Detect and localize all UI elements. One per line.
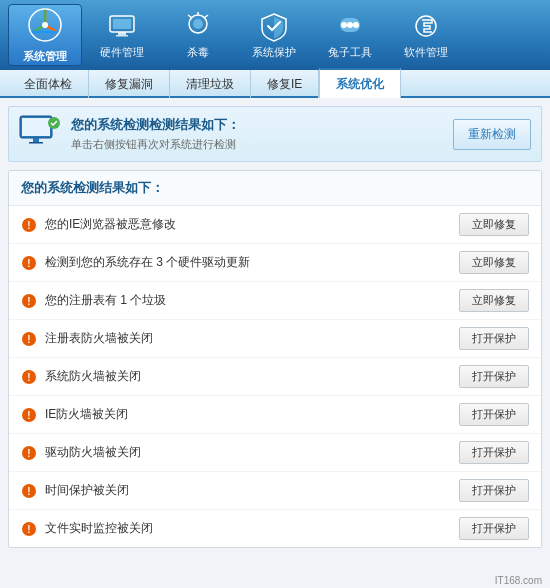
- result-text-2: 您的注册表有 1 个垃圾: [45, 292, 166, 309]
- warn-icon-7: !: [21, 483, 37, 499]
- svg-rect-17: [22, 118, 50, 136]
- result-left-1: ! 检测到您的系统存在 3 个硬件驱动更新: [21, 254, 250, 271]
- result-text-0: 您的IE浏览器被恶意修改: [45, 216, 176, 233]
- monitor-icon: [19, 115, 61, 153]
- software-icon: [410, 10, 442, 42]
- action-btn-2[interactable]: 立即修复: [459, 289, 529, 312]
- svg-text:!: !: [27, 372, 30, 383]
- svg-rect-19: [29, 142, 43, 144]
- result-row: ! 检测到您的系统存在 3 个硬件驱动更新 立即修复: [9, 244, 541, 282]
- results-section: 您的系统检测结果如下： ! 您的IE浏览器被恶意修改 立即修复 ! 检测到您的系…: [8, 170, 542, 548]
- result-text-5: IE防火墙被关闭: [45, 406, 128, 423]
- summary-left: 您的系统检测检测结果如下： 单击右侧按钮再次对系统进行检测: [19, 115, 240, 153]
- result-row: ! 文件实时监控被关闭 打开保护: [9, 510, 541, 547]
- main-content: 您的系统检测检测结果如下： 单击右侧按钮再次对系统进行检测 重新检测 您的系统检…: [0, 98, 550, 588]
- result-left-4: ! 系统防火墙被关闭: [21, 368, 141, 385]
- logo-icon: [27, 7, 63, 43]
- action-btn-1[interactable]: 立即修复: [459, 251, 529, 274]
- svg-rect-18: [33, 138, 39, 142]
- logo-button[interactable]: 系统管理: [8, 4, 82, 66]
- protect-icon: [258, 10, 290, 42]
- action-btn-4[interactable]: 打开保护: [459, 365, 529, 388]
- nav-kill[interactable]: 杀毒: [162, 4, 234, 66]
- svg-text:!: !: [27, 448, 30, 459]
- result-row: ! 驱动防火墙被关闭 打开保护: [9, 434, 541, 472]
- tab-repair[interactable]: 修复漏洞: [89, 70, 170, 98]
- result-text-6: 驱动防火墙被关闭: [45, 444, 141, 461]
- nav-hardware[interactable]: 硬件管理: [86, 4, 158, 66]
- result-row: ! 系统防火墙被关闭 打开保护: [9, 358, 541, 396]
- svg-point-12: [341, 22, 347, 28]
- result-text-4: 系统防火墙被关闭: [45, 368, 141, 385]
- svg-point-1: [42, 22, 48, 28]
- svg-text:!: !: [27, 410, 30, 421]
- nav-tools[interactable]: 兔子工具: [314, 4, 386, 66]
- tab-bar: 全面体检 修复漏洞 清理垃圾 修复IE 系统优化: [0, 70, 550, 98]
- warn-icon-2: !: [21, 293, 37, 309]
- result-left-7: ! 时间保护被关闭: [21, 482, 129, 499]
- result-left-0: ! 您的IE浏览器被恶意修改: [21, 216, 176, 233]
- summary-box: 您的系统检测检测结果如下： 单击右侧按钮再次对系统进行检测 重新检测: [8, 106, 542, 162]
- warn-icon-6: !: [21, 445, 37, 461]
- svg-point-14: [353, 22, 359, 28]
- tab-full-check[interactable]: 全面体检: [8, 70, 89, 98]
- action-btn-7[interactable]: 打开保护: [459, 479, 529, 502]
- svg-text:!: !: [27, 220, 30, 231]
- svg-line-8: [188, 15, 192, 18]
- svg-text:!: !: [27, 334, 30, 345]
- svg-text:!: !: [27, 486, 30, 497]
- result-row: ! 您的注册表有 1 个垃圾 立即修复: [9, 282, 541, 320]
- svg-point-7: [193, 19, 203, 29]
- tools-icon: [334, 10, 366, 42]
- tab-optimize[interactable]: 系统优化: [319, 68, 401, 98]
- results-title: 您的系统检测结果如下：: [9, 171, 541, 206]
- nav-protect[interactable]: 系统保护: [238, 4, 310, 66]
- warn-icon-0: !: [21, 217, 37, 233]
- summary-subtitle: 单击右侧按钮再次对系统进行检测: [71, 137, 240, 152]
- svg-rect-3: [113, 19, 131, 29]
- rescan-button[interactable]: 重新检测: [453, 119, 531, 150]
- result-text-7: 时间保护被关闭: [45, 482, 129, 499]
- footer-watermark: IT168.com: [495, 575, 542, 586]
- nav-protect-label: 系统保护: [252, 45, 296, 60]
- action-btn-8[interactable]: 打开保护: [459, 517, 529, 540]
- warn-icon-8: !: [21, 521, 37, 537]
- action-btn-6[interactable]: 打开保护: [459, 441, 529, 464]
- nav-software[interactable]: 软件管理: [390, 4, 462, 66]
- kill-icon: [182, 10, 214, 42]
- nav-software-label: 软件管理: [404, 45, 448, 60]
- action-btn-0[interactable]: 立即修复: [459, 213, 529, 236]
- warn-icon-1: !: [21, 255, 37, 271]
- result-left-3: ! 注册表防火墙被关闭: [21, 330, 153, 347]
- action-btn-3[interactable]: 打开保护: [459, 327, 529, 350]
- warn-icon-5: !: [21, 407, 37, 423]
- result-row: ! 时间保护被关闭 打开保护: [9, 472, 541, 510]
- action-btn-5[interactable]: 打开保护: [459, 403, 529, 426]
- svg-rect-4: [118, 32, 126, 35]
- svg-rect-5: [116, 35, 128, 37]
- result-text-3: 注册表防火墙被关闭: [45, 330, 153, 347]
- svg-text:!: !: [27, 296, 30, 307]
- warn-icon-3: !: [21, 331, 37, 347]
- result-text-8: 文件实时监控被关闭: [45, 520, 153, 537]
- result-row: ! 注册表防火墙被关闭 打开保护: [9, 320, 541, 358]
- nav-hardware-label: 硬件管理: [100, 45, 144, 60]
- top-navbar: 系统管理 硬件管理 杀毒 系统保护: [0, 0, 550, 70]
- summary-title: 您的系统检测检测结果如下：: [71, 116, 240, 134]
- tab-clean[interactable]: 清理垃圾: [170, 70, 251, 98]
- result-left-5: ! IE防火墙被关闭: [21, 406, 128, 423]
- tab-repair-ie[interactable]: 修复IE: [251, 70, 319, 98]
- result-left-8: ! 文件实时监控被关闭: [21, 520, 153, 537]
- svg-text:!: !: [27, 258, 30, 269]
- result-row: ! 您的IE浏览器被恶意修改 立即修复: [9, 206, 541, 244]
- result-left-6: ! 驱动防火墙被关闭: [21, 444, 141, 461]
- logo-label: 系统管理: [23, 49, 67, 64]
- svg-point-13: [347, 22, 353, 28]
- nav-kill-label: 杀毒: [187, 45, 209, 60]
- hardware-icon: [106, 10, 138, 42]
- warn-icon-4: !: [21, 369, 37, 385]
- nav-tools-label: 兔子工具: [328, 45, 372, 60]
- svg-line-9: [204, 15, 208, 18]
- svg-text:!: !: [27, 524, 30, 535]
- summary-text: 您的系统检测检测结果如下： 单击右侧按钮再次对系统进行检测: [71, 116, 240, 152]
